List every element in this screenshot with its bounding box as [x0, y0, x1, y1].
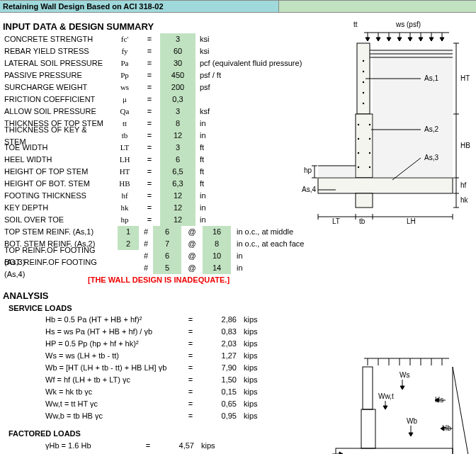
param-unit: in: [196, 202, 313, 214]
param-unit: in: [196, 190, 313, 202]
reinf-layers-cell[interactable]: 1: [118, 226, 139, 238]
param-unit: ksi: [196, 45, 313, 57]
equals-sign: =: [139, 45, 160, 57]
svg-text:hf: hf: [460, 181, 467, 189]
reinf-spacing-cell[interactable]: 8: [203, 238, 231, 250]
param-label: TOE WIDTH: [3, 142, 110, 154]
param-symbol: ws: [110, 81, 139, 93]
equals-sign: =: [180, 374, 201, 386]
svg-rect-20: [356, 114, 373, 178]
svg-point-41: [369, 166, 370, 168]
equals-sign: =: [139, 106, 160, 118]
formula-text: Ww,t = tt HT γc: [45, 398, 180, 410]
svg-text:tb: tb: [359, 217, 366, 224]
param-value-cell[interactable]: 6,5: [160, 166, 196, 178]
svg-point-35: [369, 124, 370, 125]
reinf-bar-cell[interactable]: 5: [153, 262, 181, 274]
reinf-note: in: [231, 262, 243, 274]
param-value-cell[interactable]: 200: [160, 81, 196, 93]
svg-text:ws  (psf): ws (psf): [395, 21, 421, 28]
svg-point-31: [363, 81, 364, 83]
param-unit: psf / ft: [196, 69, 313, 81]
param-value-cell[interactable]: 12: [160, 214, 196, 226]
param-value-cell[interactable]: 30: [160, 57, 196, 69]
param-value-cell[interactable]: 60: [160, 45, 196, 57]
result-unit: kips: [241, 398, 286, 410]
result-value: 2,86: [201, 314, 241, 326]
svg-point-32: [363, 92, 364, 93]
param-value-cell[interactable]: 0,3: [160, 93, 196, 106]
param-unit: ksf: [196, 106, 313, 118]
reinf-bar-cell[interactable]: 7: [153, 238, 181, 250]
equals-sign: =: [139, 57, 160, 69]
result-value: 0,83: [201, 326, 241, 338]
param-unit: in: [196, 118, 313, 130]
svg-text:HB: HB: [460, 142, 470, 149]
hash-sign: #: [139, 226, 153, 238]
svg-point-37: [369, 138, 370, 140]
param-symbol: HT: [110, 166, 139, 178]
param-label: CONCRETE STRENGTH: [3, 33, 110, 45]
result-value: 0,15: [201, 386, 241, 398]
service-load-row: Hb = 0.5 Pa (HT + HB + hf)²=2,86kips: [3, 314, 473, 326]
param-value-cell[interactable]: 450: [160, 69, 196, 81]
result-value: 0,65: [201, 398, 241, 410]
param-label: SURCHARGE WEIGHT: [3, 81, 110, 93]
equals-sign: =: [139, 93, 160, 106]
reinf-bar-cell[interactable]: 6: [153, 226, 181, 238]
param-value-cell[interactable]: 6,3: [160, 178, 196, 190]
reinf-layers-cell[interactable]: 2: [118, 238, 139, 250]
hash-sign: #: [139, 238, 153, 250]
param-unit: ft: [196, 142, 313, 154]
reinf-row: BOT. REINF.OF FOOTING (As,4)#5@14in: [3, 262, 473, 274]
reinf-label: TOP STEM REINF. (As,1): [3, 226, 118, 238]
svg-marker-91: [400, 386, 404, 390]
param-label: KEY DEPTH: [3, 202, 110, 214]
param-unit: ft: [196, 178, 313, 190]
svg-marker-10: [376, 38, 380, 41]
service-load-row: Hs = ws Pa (HT + HB + hf) / γb=0,83kips: [3, 326, 473, 338]
param-value-cell[interactable]: 6: [160, 154, 196, 166]
svg-rect-85: [361, 409, 375, 448]
param-value-cell[interactable]: 12: [160, 202, 196, 214]
reinf-spacing-cell[interactable]: 10: [203, 250, 231, 262]
svg-point-36: [358, 138, 359, 140]
param-value-cell[interactable]: 12: [160, 190, 196, 202]
equals-sign: =: [139, 33, 160, 45]
param-label: ALLOW SOIL PRESSURE: [3, 106, 110, 118]
param-value-cell[interactable]: 3: [160, 106, 196, 118]
result-unit: kips: [241, 374, 286, 386]
param-symbol: tt: [110, 118, 139, 130]
result-value: 1,27: [201, 350, 241, 362]
svg-text:Ws: Ws: [400, 371, 409, 379]
result-unit: kips: [198, 441, 244, 450]
result-unit: kips: [241, 362, 286, 374]
service-loads-heading: SERVICE LOADS: [8, 304, 473, 312]
formula-text: Wf = hf (LH + tb + LT) γc: [45, 374, 180, 386]
equals-sign: =: [139, 214, 160, 226]
param-value-cell[interactable]: 12: [160, 130, 196, 142]
param-unit: psf: [196, 81, 313, 93]
param-symbol: Pa: [110, 57, 139, 69]
svg-text:hk: hk: [460, 196, 469, 204]
param-label: LATERAL SOIL PRESSURE: [3, 57, 110, 69]
service-load-row: HP = 0.5 Pp (hp + hf + hk)²=2,03kips: [3, 338, 473, 350]
param-value-cell[interactable]: 3: [160, 142, 196, 154]
equals-sign: =: [139, 118, 160, 130]
param-label: HEEL WIDTH: [3, 154, 110, 166]
param-symbol: hk: [110, 202, 139, 214]
param-value-cell[interactable]: 8: [160, 118, 196, 130]
formula-text: HP = 0.5 Pp (hp + hf + hk)²: [45, 338, 180, 350]
reinf-bar-cell[interactable]: 6: [153, 250, 181, 262]
param-unit: ft: [196, 166, 313, 178]
equals-sign: =: [139, 178, 160, 190]
equals-sign: =: [180, 398, 201, 410]
svg-point-29: [363, 60, 364, 62]
reinf-spacing-cell[interactable]: 14: [203, 262, 231, 274]
result-unit: kips: [241, 326, 286, 338]
page-title: Retaining Wall Design Based on ACI 318-0…: [0, 1, 279, 12]
svg-point-30: [363, 71, 364, 72]
param-value-cell[interactable]: 3: [160, 33, 196, 45]
equals-sign: =: [139, 81, 160, 93]
reinf-spacing-cell[interactable]: 16: [203, 226, 231, 238]
